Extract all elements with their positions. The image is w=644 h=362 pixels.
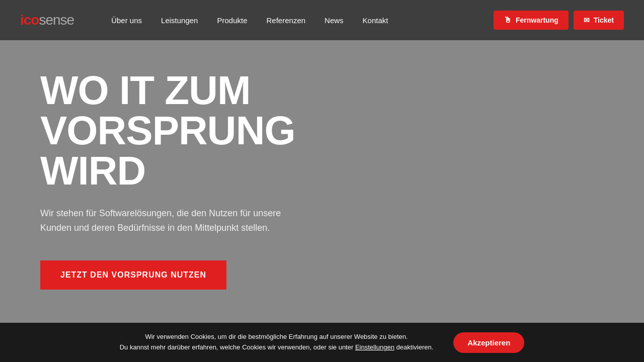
hero-content: WO IT ZUM VORSPRUNG WIRD Wir stehen für …: [40, 70, 352, 290]
accept-cookies-button[interactable]: Akzeptieren: [453, 332, 524, 353]
nav-item-produkte[interactable]: Produkte: [210, 12, 254, 29]
nav-item-referenzen[interactable]: Referenzen: [260, 12, 313, 29]
cta-button[interactable]: JETZT DEN VORSPRUNG NUTZEN: [40, 260, 226, 290]
nav-item-leistungen[interactable]: Leistungen: [154, 12, 205, 29]
hero-title: WO IT ZUM VORSPRUNG WIRD: [40, 70, 352, 191]
hero-title-line2: VORSPRUNG WIRD: [40, 108, 295, 193]
ticket-label: Ticket: [594, 16, 614, 24]
cookie-banner: Wir verwenden Cookies, um dir die bestmö…: [0, 323, 644, 362]
nav-item-news[interactable]: News: [317, 12, 351, 29]
ticket-button[interactable]: ✉ Ticket: [574, 11, 624, 30]
logo-ico: ico: [20, 12, 39, 28]
header-action-buttons: 🖱 Fernwartung ✉ Ticket: [494, 11, 624, 30]
cookie-settings-link[interactable]: Einstellungen: [355, 343, 394, 351]
hero-title-line1: WO IT ZUM: [40, 68, 251, 113]
nav-item-kontakt[interactable]: Kontakt: [356, 12, 395, 29]
cookie-text-line2-suffix: deaktivieren.: [394, 343, 433, 351]
cookie-text-line1: Wir verwenden Cookies, um dir die bestmö…: [145, 333, 408, 340]
hero-subtitle: Wir stehen für Softwarelösungen, die den…: [40, 206, 292, 235]
site-logo[interactable]: icosense: [20, 12, 74, 28]
ticket-icon: ✉: [584, 16, 590, 24]
cookie-text: Wir verwenden Cookies, um dir die bestmö…: [120, 332, 434, 353]
main-nav: Über uns Leistungen Produkte Referenzen …: [104, 12, 494, 29]
cursor-icon: 🖱: [504, 16, 512, 25]
cookie-text-line2-prefix: Du kannst mehr darüber erfahren, welche …: [120, 343, 355, 351]
logo-sense: sense: [39, 12, 74, 28]
fernwartung-button[interactable]: 🖱 Fernwartung: [494, 11, 569, 30]
nav-item-ueber-uns[interactable]: Über uns: [104, 12, 149, 29]
fernwartung-label: Fernwartung: [516, 16, 558, 24]
site-header: icosense Über uns Leistungen Produkte Re…: [0, 0, 644, 40]
